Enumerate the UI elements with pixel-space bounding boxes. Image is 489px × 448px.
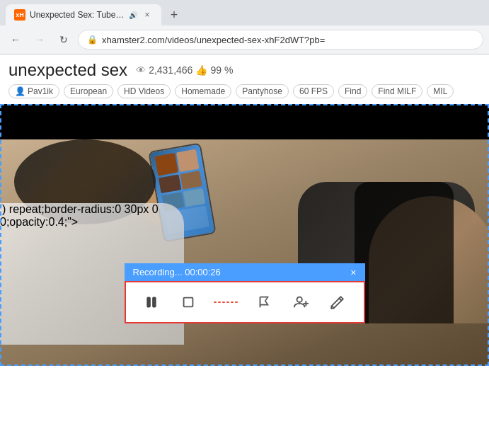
recording-header: Recording... 00:00:26 × (125, 263, 365, 281)
view-count: 2,431,466 (149, 64, 192, 76)
tag-user-pav1ik[interactable]: 👤 Pav1ik (8, 84, 59, 98)
add-user-button[interactable] (289, 289, 312, 315)
tag-european[interactable]: European (64, 84, 113, 98)
tab-close-button[interactable]: × (142, 9, 153, 21)
toolbar-controls (125, 281, 365, 323)
reload-button[interactable]: ↻ (54, 30, 74, 50)
page-header: unexpected sex 👁 2,431,466 👍 99 % 👤 Pav1… (0, 54, 489, 104)
forward-button[interactable]: → (30, 30, 50, 50)
svg-rect-2 (184, 298, 193, 307)
svg-line-8 (331, 308, 334, 309)
recording-toolbar: Recording... 00:00:26 × (125, 263, 365, 323)
url-text: xhamster2.com/videos/unexpected-sex-xhF2… (102, 35, 325, 45)
browser-tab[interactable]: xH Unexpected Sex: Tube Xxx S… 🔊 × (6, 4, 161, 25)
lock-icon: 🔒 (87, 35, 98, 45)
svg-rect-1 (153, 298, 155, 307)
tag-find[interactable]: Find (338, 84, 367, 98)
view-count-section: 👁 2,431,466 👍 99 % (136, 64, 233, 76)
tag-label: HD Videos (124, 86, 164, 96)
flag-button[interactable] (252, 289, 275, 315)
tag-homemade[interactable]: Homemade (175, 84, 231, 98)
tag-label: Homemade (181, 86, 225, 96)
tag-mil[interactable]: MIL (427, 84, 454, 98)
recording-close-button[interactable]: × (350, 268, 356, 277)
video-title: unexpected sex (8, 60, 127, 80)
tag-label: Pav1ik (28, 86, 53, 96)
video-container[interactable]: ') repeat;border-radius:0 30px 0 0;opaci… (0, 104, 489, 366)
tab-favicon: xH (14, 9, 25, 21)
thumb-icon: 👍 (195, 64, 207, 76)
like-percent: 99 % (210, 64, 233, 76)
tag-find-milf[interactable]: Find MILF (372, 84, 422, 98)
edit-button[interactable] (326, 289, 349, 315)
tab-audio-icon: 🔊 (129, 11, 137, 19)
tag-label: MIL (433, 86, 447, 96)
tags-row: 👤 Pav1ik European HD Videos Homemade Pan… (8, 84, 481, 98)
eye-icon: 👁 (136, 64, 146, 76)
video-title-row: unexpected sex 👁 2,431,466 👍 99 % (8, 60, 481, 80)
tag-label: European (70, 86, 107, 96)
tag-60fps[interactable]: 60 FPS (293, 84, 334, 98)
back-button[interactable]: ← (6, 30, 25, 50)
browser-chrome: xH Unexpected Sex: Tube Xxx S… 🔊 × + ← →… (0, 0, 489, 54)
page-content: unexpected sex 👁 2,431,466 👍 99 % 👤 Pav1… (0, 54, 489, 448)
tab-title: Unexpected Sex: Tube Xxx S… (30, 10, 125, 20)
address-bar[interactable]: 🔒 xhamster2.com/videos/unexpected-sex-xh… (78, 30, 483, 50)
new-tab-button[interactable]: + (164, 5, 184, 25)
favicon-text: xH (16, 11, 24, 18)
tag-label: Find (345, 86, 361, 96)
tag-label: Pantyhose (242, 86, 282, 96)
svg-point-4 (297, 297, 301, 302)
recording-status-text: Recording... 00:00:26 (133, 267, 221, 277)
tab-bar: xH Unexpected Sex: Tube Xxx S… 🔊 × + (0, 0, 489, 25)
tag-pantyhose[interactable]: Pantyhose (236, 84, 289, 98)
tag-hd-videos[interactable]: HD Videos (117, 84, 171, 98)
nav-bar: ← → ↻ 🔒 xhamster2.com/videos/unexpected-… (0, 25, 489, 54)
video-scene: ') repeat;border-radius:0 30px 0 0;opaci… (0, 104, 489, 366)
svg-rect-0 (147, 298, 149, 307)
tag-label: Find MILF (378, 86, 416, 96)
dotted-line-tool[interactable] (214, 301, 238, 303)
user-icon: 👤 (15, 86, 25, 96)
stop-button[interactable] (177, 289, 200, 315)
tag-label: 60 FPS (299, 86, 328, 96)
pause-button[interactable] (140, 289, 163, 315)
